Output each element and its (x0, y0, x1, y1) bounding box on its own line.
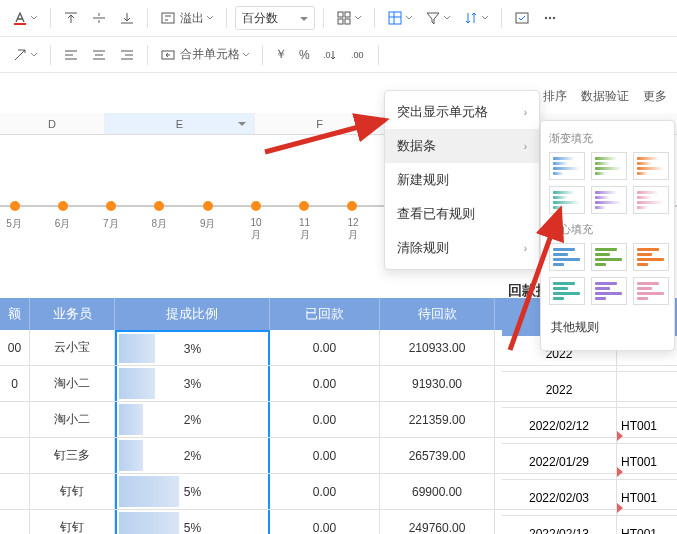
databar-swatch[interactable] (633, 186, 669, 214)
clear-format-btn[interactable] (8, 44, 42, 66)
menu-highlight[interactable]: 突出显示单元格› (385, 95, 539, 129)
svg-point-8 (545, 17, 547, 19)
wrap-btn[interactable]: 溢出 (156, 7, 218, 30)
databar-swatch[interactable] (591, 152, 627, 180)
sort-label: 排序 (543, 88, 567, 105)
align-top-btn[interactable] (59, 7, 83, 29)
svg-rect-7 (516, 13, 528, 23)
percent-btn[interactable]: % (295, 45, 314, 65)
chevron-right-icon: › (524, 107, 527, 118)
overflow-label: 溢出 (180, 10, 204, 27)
svg-text:.00: .00 (351, 50, 364, 60)
menu-databar[interactable]: 数据条› (385, 129, 539, 163)
col-header-E[interactable]: E (105, 113, 255, 134)
table-row[interactable]: 2022/02/13HT001 (502, 516, 677, 534)
svg-point-10 (553, 17, 555, 19)
dec-inc-btn[interactable]: .0 (318, 44, 342, 66)
validate-btn[interactable] (510, 7, 534, 29)
svg-rect-5 (345, 19, 350, 24)
filter-btn[interactable] (421, 7, 455, 29)
databar-swatch[interactable] (591, 186, 627, 214)
svg-text:.0: .0 (323, 50, 331, 60)
align-mid-btn[interactable] (87, 7, 111, 29)
cond-format-btn[interactable] (332, 7, 366, 29)
svg-rect-1 (162, 13, 174, 23)
menu-newrule[interactable]: 新建规则 (385, 163, 539, 197)
chevron-right-icon: › (524, 141, 527, 152)
gradient-title: 渐变填充 (549, 131, 666, 146)
databar-swatch[interactable] (591, 243, 627, 271)
align-bot-btn[interactable] (115, 7, 139, 29)
merge-label: 合并单元格 (180, 46, 240, 63)
currency-btn[interactable]: ￥ (271, 43, 291, 66)
databar-swatch[interactable] (549, 152, 585, 180)
more-label: 更多 (643, 88, 667, 105)
databar-swatch[interactable] (591, 277, 627, 305)
dec-dec-btn[interactable]: .00 (346, 44, 370, 66)
sort-btn[interactable] (459, 7, 493, 29)
svg-point-9 (549, 17, 551, 19)
align-center-btn[interactable] (87, 44, 111, 66)
merge-btn[interactable]: 合并单元格 (156, 43, 254, 66)
svg-rect-3 (345, 12, 350, 17)
align-left-btn[interactable] (59, 44, 83, 66)
more-btn[interactable] (538, 7, 562, 29)
validate-label: 数据验证 (581, 88, 629, 105)
freeze-btn[interactable] (383, 7, 417, 29)
table-row[interactable]: 2022 (502, 372, 677, 408)
table-row[interactable]: 2022/02/12HT001 (502, 408, 677, 444)
svg-rect-2 (338, 12, 343, 17)
svg-rect-0 (14, 23, 26, 25)
databar-swatch[interactable] (633, 243, 669, 271)
svg-rect-4 (338, 19, 343, 24)
databar-swatch[interactable] (633, 277, 669, 305)
table-row[interactable]: 2022/01/29HT001 (502, 444, 677, 480)
number-format-select[interactable]: 百分数 (235, 6, 315, 30)
align-right-btn[interactable] (115, 44, 139, 66)
col-header-D[interactable]: D (0, 113, 105, 134)
svg-rect-6 (389, 12, 401, 24)
table-row[interactable]: 2022/02/03HT001 (502, 480, 677, 516)
font-color-btn[interactable] (8, 7, 42, 29)
databar-swatch[interactable] (633, 152, 669, 180)
